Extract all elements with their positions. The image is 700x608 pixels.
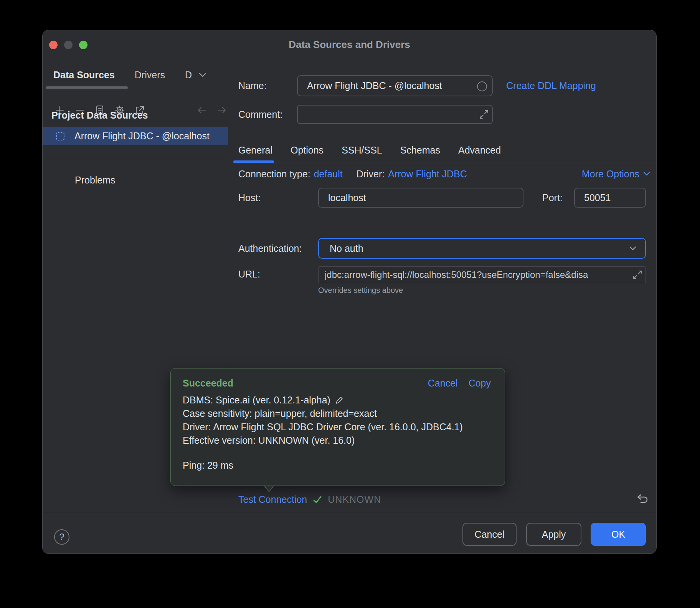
driver-line: Driver: Arrow Flight SQL JDBC Driver Cor…: [183, 420, 491, 434]
screen: Data Sources and Drivers Data Sources Dr…: [0, 0, 700, 608]
tab-drivers[interactable]: Drivers: [135, 69, 165, 81]
expand-icon[interactable]: [479, 109, 489, 119]
sidebar-separator: [48, 158, 223, 158]
tab-data-sources[interactable]: Data Sources: [53, 69, 115, 81]
project-data-sources-header: Project Data Sources: [51, 109, 148, 121]
window-title: Data Sources and Drivers: [43, 39, 656, 51]
popup-header: Succeeded Cancel Copy: [183, 378, 491, 389]
test-connection-popup: Succeeded Cancel Copy DBMS: Spice.ai (ve…: [170, 368, 505, 486]
dialog-footer: ? Cancel Apply OK: [43, 512, 657, 554]
create-ddl-mapping-link[interactable]: Create DDL Mapping: [506, 80, 596, 91]
tab-advanced[interactable]: Advanced: [458, 145, 501, 156]
comment-input[interactable]: [297, 105, 493, 124]
revert-button[interactable]: [636, 492, 649, 506]
forward-button[interactable]: [216, 104, 228, 116]
test-connection-link[interactable]: Test Connection: [238, 494, 307, 505]
sidebar-tabbar: Data Sources Drivers D: [43, 63, 228, 86]
tab-options[interactable]: Options: [291, 145, 324, 156]
url-hint: Overrides settings above: [318, 286, 403, 295]
tab-schemas[interactable]: Schemas: [400, 145, 440, 156]
popup-copy-link[interactable]: Copy: [469, 378, 491, 389]
chevron-down-icon: [629, 246, 637, 251]
data-sources-dialog: Data Sources and Drivers Data Sources Dr…: [42, 30, 657, 554]
check-icon: [312, 495, 323, 504]
form-tabbar: General Options SSH/SSL Schemas Advanced: [238, 142, 501, 158]
ok-button[interactable]: OK: [591, 523, 646, 546]
name-input[interactable]: Arrow Flight JDBC - @localhost: [297, 75, 493, 96]
data-source-label: Arrow Flight JDBC - @localhost: [74, 131, 210, 142]
dbms-text: DBMS: Spice.ai (ver. 0.12.1-alpha): [183, 393, 330, 407]
more-options-link[interactable]: More Options: [582, 167, 650, 181]
loading-ring-icon: [477, 81, 487, 92]
ping-line: Ping: 29 ms: [183, 459, 491, 472]
test-connection-row: Test Connection UNKNOWN: [228, 487, 657, 512]
name-label: Name:: [238, 80, 267, 91]
sidebar-item-problems[interactable]: Problems: [75, 174, 116, 186]
url-input[interactable]: jdbc:arrow-flight-sql://localhost:50051?…: [318, 266, 646, 283]
help-question-mark: ?: [59, 532, 64, 542]
authentication-select[interactable]: No auth: [318, 238, 646, 259]
tab-ddl-truncated[interactable]: D: [185, 69, 192, 81]
form-hairline: [228, 163, 657, 163]
port-input[interactable]: 50051: [574, 188, 646, 208]
data-source-row-selected[interactable]: Arrow Flight JDBC - @localhost: [43, 127, 228, 145]
case-sensitivity-line: Case sensitivity: plain=upper, delimited…: [183, 407, 491, 420]
back-icon: [196, 104, 208, 116]
connection-type-row: Connection type: default Driver: Arrow F…: [238, 167, 467, 181]
apply-button[interactable]: Apply: [526, 523, 581, 546]
port-value: 50051: [584, 192, 611, 203]
more-options-label: More Options: [582, 169, 639, 180]
driver-label: Driver:: [357, 169, 385, 180]
url-label: URL:: [238, 268, 260, 280]
expand-icon[interactable]: [632, 270, 642, 280]
forward-icon: [216, 104, 228, 116]
port-label: Port:: [542, 192, 563, 203]
host-input[interactable]: localhost: [318, 188, 523, 208]
data-source-icon: [55, 131, 65, 141]
tab-general[interactable]: General: [238, 145, 272, 156]
sidebar-hairline: [43, 89, 228, 89]
authentication-label: Authentication:: [238, 243, 302, 254]
help-button[interactable]: ?: [54, 529, 69, 545]
name-value: Arrow Flight JDBC - @localhost: [307, 80, 442, 91]
tab-ssh-ssl[interactable]: SSH/SSL: [342, 145, 382, 156]
connection-type-value[interactable]: default: [314, 169, 343, 180]
dbms-line: DBMS: Spice.ai (ver. 0.12.1-alpha): [183, 393, 491, 407]
edit-pencil-icon[interactable]: [334, 395, 344, 405]
host-label: Host:: [238, 192, 261, 203]
cancel-button[interactable]: Cancel: [462, 523, 517, 546]
driver-value-link[interactable]: Arrow Flight JDBC: [388, 169, 467, 180]
popup-caret: [264, 486, 274, 492]
comment-label: Comment:: [238, 109, 282, 120]
status-badge: Succeeded: [183, 378, 233, 389]
test-status-text: UNKNOWN: [328, 494, 381, 505]
host-value: localhost: [328, 192, 366, 203]
connection-type-label: Connection type:: [238, 169, 310, 180]
authentication-value: No auth: [330, 243, 363, 254]
undo-icon: [636, 493, 649, 506]
url-value: jdbc:arrow-flight-sql://localhost:50051?…: [325, 269, 630, 280]
chevron-down-icon[interactable]: [198, 72, 207, 78]
effective-version-line: Effective version: UNKNOWN (ver. 16.0): [183, 434, 491, 447]
popup-cancel-link[interactable]: Cancel: [428, 378, 458, 389]
titlebar: Data Sources and Drivers: [43, 30, 656, 53]
back-button[interactable]: [196, 104, 208, 116]
chevron-down-icon: [643, 172, 650, 176]
